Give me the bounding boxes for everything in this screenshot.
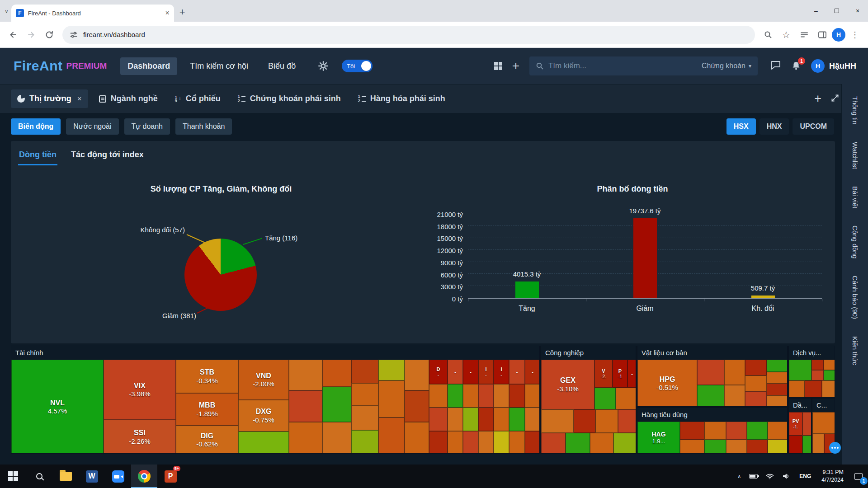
zoom-level-icon[interactable] xyxy=(760,26,777,43)
filter-bien-dong[interactable]: Biến động xyxy=(11,118,61,135)
speaker-icon[interactable] xyxy=(782,473,790,479)
heatmap-tile[interactable] xyxy=(822,380,835,397)
heatmap-tile[interactable] xyxy=(494,408,509,431)
heatmap-tile[interactable] xyxy=(378,380,405,418)
heatmap-tile[interactable] xyxy=(618,409,636,433)
taskbar-search-button[interactable] xyxy=(26,465,52,488)
heatmap-tile-ssi[interactable]: SSI-2.26% xyxy=(104,420,176,453)
dark-mode-toggle[interactable]: Tối xyxy=(342,60,373,72)
tray-chevron-icon[interactable]: ∧ xyxy=(737,474,741,479)
reload-button[interactable] xyxy=(41,26,58,43)
heatmap-tile[interactable] xyxy=(448,384,463,408)
heatmap-tile[interactable] xyxy=(322,360,351,387)
heatmap-tile[interactable] xyxy=(238,432,289,453)
url-bar[interactable]: fireant.vn/dashboard xyxy=(62,26,755,44)
tab-search-chevron-icon[interactable]: ∨ xyxy=(5,8,9,14)
heatmap-tile[interactable] xyxy=(525,408,539,431)
heatmap-tile-nvl[interactable]: NVL4.57% xyxy=(11,360,104,453)
heatmap-tile[interactable] xyxy=(351,360,378,383)
heatmap-tile[interactable] xyxy=(802,436,811,453)
heatmap-tile[interactable] xyxy=(509,431,525,453)
notification-bell-icon[interactable]: 1 xyxy=(791,61,801,71)
user-avatar[interactable]: H xyxy=(811,59,825,73)
bookmark-star-icon[interactable]: ☆ xyxy=(778,26,795,43)
heatmap-tile[interactable] xyxy=(767,360,787,372)
filter-nuoc-ngoai[interactable]: Nước ngoài xyxy=(66,118,118,135)
heatmap-tile[interactable] xyxy=(680,440,704,453)
close-tab-icon[interactable]: × xyxy=(77,94,82,103)
heatmap-tile-dxg[interactable]: DXG-0.75% xyxy=(238,400,289,432)
heatmap-tile[interactable] xyxy=(351,406,378,430)
heatmap-tile[interactable] xyxy=(525,431,539,453)
heatmap-tile[interactable] xyxy=(322,387,351,422)
rail-item-watchlist[interactable]: Watchlist xyxy=(851,135,859,176)
browser-profile-avatar[interactable]: H xyxy=(832,28,845,42)
exchange-hsx[interactable]: HSX xyxy=(726,118,756,135)
heatmap-tile[interactable] xyxy=(745,375,767,391)
rail-item-bai-viet[interactable]: Bài viết xyxy=(851,179,859,215)
content-tab-tac-dong-toi-index[interactable]: Tác động tới index xyxy=(70,146,145,165)
heatmap-tile[interactable] xyxy=(448,408,463,431)
bar-kh-doi[interactable] xyxy=(751,296,775,298)
heatmap-tile[interactable] xyxy=(704,440,726,453)
heatmap-tile[interactable] xyxy=(429,384,448,408)
heatmap-tile[interactable] xyxy=(478,408,494,431)
nav-item-dashboard[interactable]: Dashboard xyxy=(120,57,177,75)
heatmap-tile[interactable] xyxy=(747,422,768,440)
site-settings-icon[interactable] xyxy=(70,31,78,39)
heatmap-tile-stb[interactable]: STB-0.34% xyxy=(176,360,238,393)
heatmap-tile[interactable] xyxy=(541,409,574,433)
heatmap-tile[interactable] xyxy=(789,436,802,453)
content-tab-dong-tien[interactable]: Dòng tiền xyxy=(18,146,57,165)
battery-icon[interactable] xyxy=(749,474,758,479)
rail-item-cong-dong[interactable]: Cộng đồng xyxy=(851,219,859,265)
heatmap-tile[interactable]: - xyxy=(509,360,525,384)
heatmap-tile[interactable] xyxy=(289,390,322,422)
heatmap-tile[interactable] xyxy=(805,380,822,397)
action-center-button[interactable]: 1 xyxy=(849,465,868,488)
file-explorer-button[interactable] xyxy=(52,465,79,488)
heatmap-tile[interactable] xyxy=(574,409,595,433)
heatmap-tile[interactable] xyxy=(789,380,805,397)
heatmap-tile[interactable] xyxy=(697,360,724,385)
nav-item-tim-kiem-co-hoi[interactable]: Tìm kiếm cơ hội xyxy=(183,57,255,75)
heatmap-tile[interactable] xyxy=(463,431,478,453)
powerpoint-button[interactable]: P 5+ xyxy=(157,465,184,488)
heatmap-tile-vix[interactable]: VIX-3.98% xyxy=(104,360,176,420)
fireant-logo[interactable]: FireAnt xyxy=(14,58,63,74)
heatmap-tile[interactable] xyxy=(289,360,322,390)
heatmap-tile-vnd[interactable]: VND-2.00% xyxy=(238,360,289,400)
filter-thanh-khoan[interactable]: Thanh khoản xyxy=(175,118,232,135)
heatmap-tile-mbb[interactable]: MBB-1.89% xyxy=(176,393,238,426)
heatmap-tile[interactable] xyxy=(726,440,747,453)
word-button[interactable]: W xyxy=(79,465,105,488)
heatmap-tile[interactable]: - xyxy=(525,360,539,384)
add-workspace-tab-button[interactable]: + xyxy=(814,93,821,105)
workspace-tab-hang-hoa-phai-sinh[interactable]: 12Hàng hóa phái sinh xyxy=(352,89,452,108)
heatmap-tile[interactable] xyxy=(509,384,525,408)
heatmap-tile[interactable] xyxy=(745,391,767,406)
heatmap-tile[interactable] xyxy=(812,412,835,434)
heatmap-tile[interactable] xyxy=(448,431,463,453)
heatmap-tile[interactable] xyxy=(811,360,824,370)
pie-chart[interactable] xyxy=(184,239,257,311)
heatmap-tile[interactable] xyxy=(768,422,787,440)
reading-list-icon[interactable] xyxy=(796,26,813,43)
clock[interactable]: 9:31 PM 4/7/2024 xyxy=(821,469,844,484)
heatmap-tile[interactable] xyxy=(494,431,509,453)
heatmap-tile-hag[interactable]: HAG1.9... xyxy=(637,422,680,453)
heatmap-tile[interactable] xyxy=(429,408,448,431)
browser-menu-icon[interactable]: ⋮ xyxy=(846,26,863,43)
workspace-tab-thi-truong[interactable]: Thị trường× xyxy=(11,89,88,108)
heatmap-tile[interactable] xyxy=(824,360,835,370)
heatmap-tile[interactable] xyxy=(351,383,378,406)
heatmap-tile[interactable] xyxy=(824,370,835,380)
heatmap-tile[interactable] xyxy=(697,385,724,406)
heatmap-tile[interactable] xyxy=(429,431,448,453)
heatmap-tile[interactable] xyxy=(351,430,378,453)
heatmap-tile[interactable] xyxy=(745,360,767,375)
workspace-tab-chung-khoan-phai-sinh[interactable]: 12Chứng khoán phái sinh xyxy=(231,89,347,108)
rail-item-kien-thuc[interactable]: Kiến thức xyxy=(851,329,859,372)
rail-item-canh-bao-90[interactable]: Cảnh báo (90) xyxy=(851,269,859,326)
back-button[interactable] xyxy=(5,26,22,43)
